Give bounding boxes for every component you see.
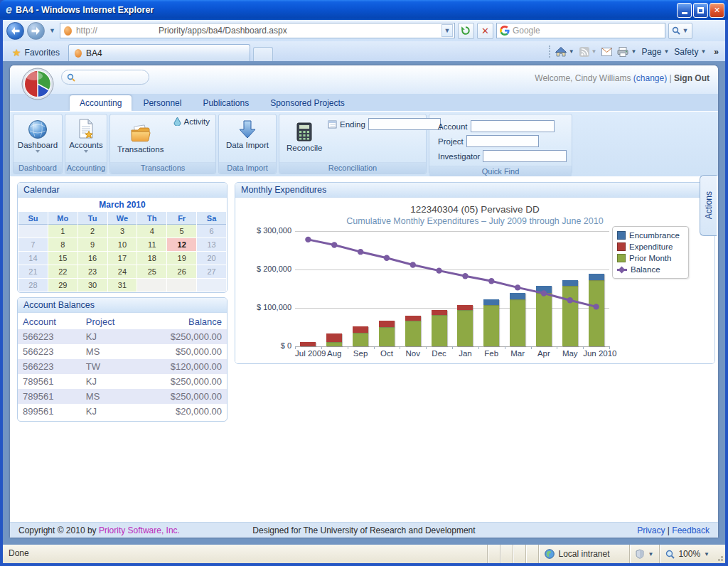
calendar-day[interactable]: 27: [197, 265, 226, 278]
privacy-link[interactable]: Privacy: [637, 525, 665, 535]
dashboard-button[interactable]: Dashboard: [15, 117, 60, 162]
stop-button[interactable]: ✕: [477, 23, 493, 39]
legend-item-expenditure: Expenditure: [617, 242, 684, 251]
tab-label: BA4: [86, 48, 102, 58]
calendar-day[interactable]: 30: [78, 279, 107, 292]
calendar-day[interactable]: 2: [78, 225, 107, 237]
status-bar: Done Local intranet ▼ 100% ▼: [0, 545, 728, 563]
calendar-day[interactable]: 26: [167, 265, 196, 278]
feedback-link[interactable]: Feedback: [672, 525, 710, 535]
recent-pages-dropdown[interactable]: ▼: [49, 27, 55, 34]
new-tab-stub[interactable]: [253, 47, 273, 61]
investigator-label: Investigator: [438, 152, 480, 161]
change-user-link[interactable]: (change): [633, 73, 667, 83]
calendar-day[interactable]: 22: [48, 265, 77, 278]
calendar-day[interactable]: 1: [48, 225, 77, 237]
print-button[interactable]: ▼: [617, 47, 636, 57]
search-go-button[interactable]: ▼: [668, 23, 692, 39]
refresh-icon: [461, 26, 471, 36]
actions-flyout-tab[interactable]: Actions: [700, 175, 717, 236]
calendar-day[interactable]: 24: [108, 265, 137, 278]
favorites-bar: ★ Favorites BA4 ▼ ▼ ▼ Page▼: [0, 41, 728, 61]
refresh-button[interactable]: [458, 23, 474, 39]
app-tabstrip: Accounting Personnel Publications Sponso…: [10, 94, 718, 111]
calculator-icon: [296, 121, 312, 143]
app-search-pill[interactable]: [61, 70, 149, 85]
app-search-input[interactable]: [78, 73, 144, 82]
calendar-day[interactable]: 21: [18, 265, 48, 278]
tab-accounting[interactable]: Accounting: [70, 95, 132, 111]
calendar-day[interactable]: 5: [167, 225, 196, 237]
investigator-input[interactable]: [483, 150, 567, 162]
chart-y-axis: $ 0$ 100,000$ 200,000$ 300,000: [235, 231, 291, 346]
calendar-icon: [328, 119, 337, 129]
tab-personnel[interactable]: Personnel: [133, 95, 191, 111]
calendar-day: [18, 225, 48, 237]
data-import-button[interactable]: Data Import: [223, 117, 272, 162]
calendar-day[interactable]: 8: [48, 238, 77, 251]
safety-menu-button[interactable]: Safety▼: [674, 47, 706, 57]
calendar-day[interactable]: 19: [167, 252, 196, 265]
chart-x-axis: Jul 2009AugSepOctNovDecJanFebMarAprMayJu…: [295, 349, 609, 361]
address-dropdown[interactable]: ▼: [441, 24, 453, 37]
calendar-day[interactable]: 6: [197, 225, 226, 237]
project-input[interactable]: [466, 135, 539, 147]
favorites-label: Favorites: [25, 48, 60, 58]
y-axis-tick: $ 300,000: [257, 226, 291, 235]
chart-body: 122340304 (05) Pervasive DD Cumulative M…: [235, 198, 714, 363]
calendar-day[interactable]: 16: [78, 252, 107, 265]
forward-button[interactable]: [27, 22, 45, 40]
calendar-day[interactable]: 17: [108, 252, 137, 265]
dashboard-content: Calendar March 2010SuMoTuWeThFrSa1234567…: [10, 176, 718, 522]
calendar-day[interactable]: 15: [48, 252, 77, 265]
home-button[interactable]: ▼: [555, 47, 574, 57]
zoom-control[interactable]: 100% ▼: [659, 545, 715, 563]
close-button[interactable]: ✕: [710, 3, 724, 18]
maximize-button[interactable]: [693, 3, 708, 18]
sign-out-link[interactable]: Sign Out: [674, 73, 710, 83]
more-commands-chevron[interactable]: »: [714, 47, 719, 57]
calendar-day[interactable]: 31: [108, 279, 137, 292]
ribbon-group-label: Data Import: [219, 162, 276, 173]
company-link[interactable]: Priority Software, Inc.: [99, 525, 180, 535]
x-axis-tick: Apr: [531, 349, 557, 358]
address-field[interactable]: http:// Priority/apps/ba4/Dashboard.aspx…: [60, 23, 455, 38]
back-button[interactable]: [6, 22, 24, 40]
calendar-day[interactable]: 3: [108, 225, 137, 237]
calendar-day[interactable]: 28: [18, 279, 48, 292]
tab-publications[interactable]: Publications: [193, 95, 259, 111]
calendar-day[interactable]: 12: [167, 238, 196, 251]
transactions-button[interactable]: Transactions: [114, 121, 166, 162]
feeds-button[interactable]: ▼: [579, 47, 597, 57]
welcome-text: Welcome, Cindy Williams: [535, 73, 631, 83]
resize-grip[interactable]: [715, 545, 725, 563]
accounts-button[interactable]: Accounts: [66, 117, 105, 162]
calendar-day[interactable]: 29: [48, 279, 77, 292]
calendar-day[interactable]: 14: [18, 252, 48, 265]
activity-button[interactable]: Activity: [173, 117, 210, 126]
calendar-day[interactable]: 23: [78, 265, 107, 278]
calendar-day[interactable]: 25: [137, 265, 166, 278]
account-input[interactable]: [471, 120, 555, 132]
calendar-day[interactable]: 10: [108, 238, 137, 251]
page-menu-button[interactable]: Page▼: [641, 47, 669, 57]
read-mail-button[interactable]: [601, 48, 612, 56]
browser-tab[interactable]: BA4: [68, 44, 250, 61]
footer-links: Privacy | Feedback: [637, 525, 710, 535]
search-box[interactable]: [496, 23, 665, 38]
tab-sponsored-projects[interactable]: Sponsored Projects: [260, 95, 355, 111]
calendar-day[interactable]: 7: [18, 238, 48, 251]
calendar-day[interactable]: 9: [78, 238, 107, 251]
reconcile-button[interactable]: Reconcile: [284, 119, 326, 162]
minimize-button[interactable]: [677, 3, 692, 18]
app-menu-orb[interactable]: [21, 68, 54, 100]
favorites-button[interactable]: ★ Favorites: [6, 44, 65, 61]
protected-mode-control[interactable]: ▼: [629, 545, 659, 563]
calendar-weekday: Th: [137, 212, 166, 224]
web-search-input[interactable]: [513, 26, 662, 36]
calendar-day[interactable]: 11: [137, 238, 166, 251]
calendar-day[interactable]: 18: [137, 252, 166, 265]
calendar-day[interactable]: 20: [197, 252, 226, 265]
calendar-day[interactable]: 13: [197, 238, 226, 251]
calendar-day[interactable]: 4: [137, 225, 166, 237]
